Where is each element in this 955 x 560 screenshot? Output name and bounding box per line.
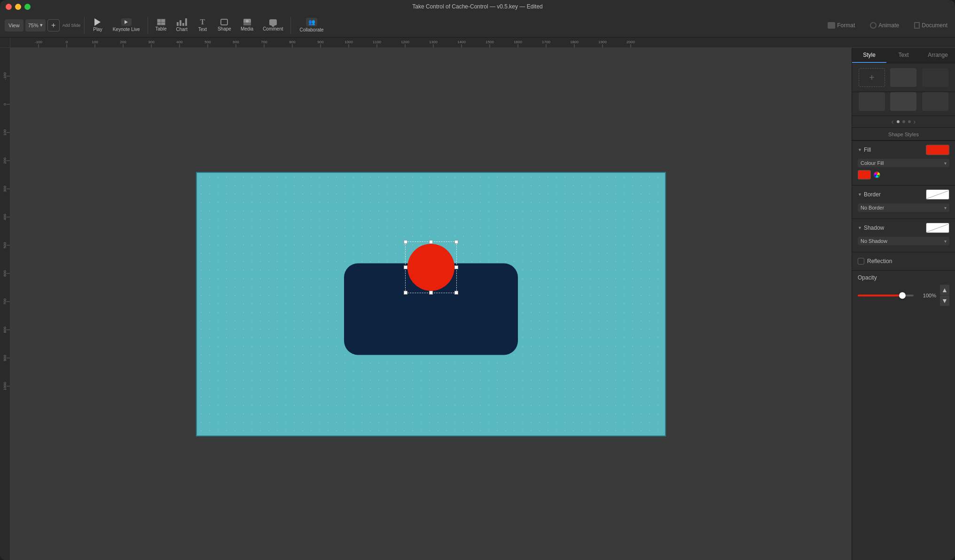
maximize-button[interactable] — [24, 4, 31, 10]
style-swatch-2[interactable] — [922, 68, 948, 87]
styles-next-arrow[interactable]: › — [914, 118, 916, 125]
reflection-row: Reflection — [858, 256, 949, 266]
text-button[interactable]: T Text — [193, 16, 212, 34]
svg-text:400: 400 — [176, 40, 183, 44]
table-button[interactable]: Table — [152, 17, 171, 33]
handle-bottom-right[interactable] — [454, 291, 458, 295]
style-swatch-4[interactable] — [890, 92, 916, 111]
svg-text:600: 600 — [3, 270, 7, 277]
comment-button[interactable]: Comment — [259, 17, 287, 33]
play-button[interactable]: Play — [88, 16, 107, 34]
shadow-label: Shadow — [864, 225, 884, 231]
svg-text:200: 200 — [120, 40, 126, 44]
format-label: Format — [837, 22, 855, 29]
keynote-live-icon — [121, 18, 132, 26]
svg-text:1600: 1600 — [514, 40, 522, 44]
border-type-dropdown[interactable]: No Border ▾ — [858, 203, 949, 212]
shadow-header: ▼ Shadow — [858, 223, 949, 233]
document-label: Document — [922, 22, 947, 29]
handle-middle-left[interactable] — [404, 265, 407, 269]
view-label: View — [8, 23, 20, 28]
shadow-preview[interactable] — [926, 223, 949, 233]
ruler-corner — [0, 38, 10, 48]
shadow-type-dropdown[interactable]: No Shadow ▾ — [858, 237, 949, 245]
separator-2 — [148, 17, 148, 34]
style-tab[interactable]: Style — [852, 48, 886, 63]
handle-bottom-left[interactable] — [404, 291, 407, 295]
svg-text:900: 900 — [3, 355, 7, 361]
comment-icon — [269, 19, 277, 25]
document-tab[interactable]: Document — [907, 13, 955, 37]
handle-middle-right[interactable] — [454, 265, 458, 269]
shadow-triangle: ▼ — [858, 226, 862, 230]
shape-button[interactable]: Shape — [214, 17, 235, 33]
opacity-decrement[interactable]: ▼ — [940, 296, 949, 306]
svg-text:500: 500 — [3, 242, 7, 249]
dot-1 — [897, 120, 900, 123]
opacity-thumb[interactable] — [899, 292, 906, 299]
handle-top-left[interactable] — [404, 240, 407, 244]
document-icon — [914, 22, 920, 29]
animate-icon — [870, 22, 877, 29]
style-swatch-5[interactable] — [922, 92, 948, 111]
svg-text:800: 800 — [289, 40, 296, 44]
format-tab[interactable]: Format — [820, 13, 862, 37]
zoom-value: 75% — [28, 23, 39, 28]
shape-icon — [220, 19, 228, 25]
dot-2 — [902, 120, 905, 123]
animate-tab[interactable]: Animate — [862, 13, 907, 37]
color-picker-indicator[interactable] — [874, 171, 880, 178]
opacity-increment[interactable]: ▲ — [940, 285, 949, 295]
svg-text:1500: 1500 — [485, 40, 494, 44]
border-preview[interactable] — [926, 189, 949, 200]
style-swatch-1[interactable] — [890, 68, 916, 87]
minimize-button[interactable] — [15, 4, 21, 10]
handle-top-right[interactable] — [454, 240, 458, 244]
fill-color-preview[interactable] — [926, 145, 949, 155]
canvas-area[interactable] — [10, 48, 852, 560]
add-style-button[interactable]: + — [859, 68, 885, 87]
keynote-live-button[interactable]: Keynote Live — [109, 16, 144, 34]
border-title: ▼ Border — [858, 191, 881, 198]
svg-text:100: 100 — [3, 129, 7, 136]
border-label: Border — [864, 191, 881, 198]
svg-text:1000: 1000 — [344, 40, 353, 44]
right-panel: Style Text Arrange + ‹ › Shape — [852, 48, 955, 560]
collaborate-button[interactable]: 👥 Collaborate — [295, 16, 328, 34]
traffic-lights — [6, 4, 31, 10]
dot-3 — [908, 120, 911, 123]
shape-styles-label-container: Shape Styles — [852, 128, 955, 140]
vertical-ruler: -100 0 100 200 300 400 500 600 7 — [0, 48, 10, 560]
svg-text:-100: -100 — [3, 72, 7, 80]
shadow-type-label: No Shadow — [861, 238, 887, 244]
opacity-slider[interactable] — [858, 295, 914, 296]
view-button[interactable]: View — [5, 19, 23, 31]
shape-styles-label: Shape Styles — [888, 132, 919, 137]
zoom-display[interactable]: 75% ▾ — [25, 19, 46, 31]
fill-type-dropdown[interactable]: Colour Fill ▾ — [858, 159, 949, 167]
reflection-label: Reflection — [867, 258, 892, 264]
fill-section: ▼ Fill Colour Fill ▾ — [852, 140, 955, 185]
reflection-checkbox[interactable] — [858, 258, 864, 264]
handle-top-center[interactable] — [429, 240, 433, 244]
svg-text:700: 700 — [261, 40, 267, 44]
media-button[interactable]: Media — [237, 17, 257, 33]
text-tab[interactable]: Text — [886, 48, 921, 63]
opacity-value: 100% — [917, 293, 936, 298]
add-slide-button[interactable]: + — [47, 19, 60, 31]
arrange-tab[interactable]: Arrange — [921, 48, 955, 63]
style-icons-row: + — [852, 63, 955, 92]
slide[interactable] — [196, 172, 666, 436]
close-button[interactable] — [6, 4, 12, 10]
separator-1 — [84, 17, 85, 34]
styles-prev-arrow[interactable]: ‹ — [892, 118, 894, 125]
handle-bottom-center[interactable] — [429, 291, 433, 295]
style-swatch-3[interactable] — [859, 92, 885, 111]
svg-text:1900: 1900 — [598, 40, 607, 44]
text-icon: T — [200, 18, 205, 26]
opacity-stepper[interactable]: ▲ ▼ — [940, 285, 949, 306]
reflection-section: Reflection — [852, 252, 955, 270]
chart-button[interactable]: Chart — [172, 16, 191, 34]
fill-color-swatch[interactable] — [858, 170, 871, 179]
title-bar: Take Control of Cache-Control — v0.5.key… — [0, 0, 955, 13]
